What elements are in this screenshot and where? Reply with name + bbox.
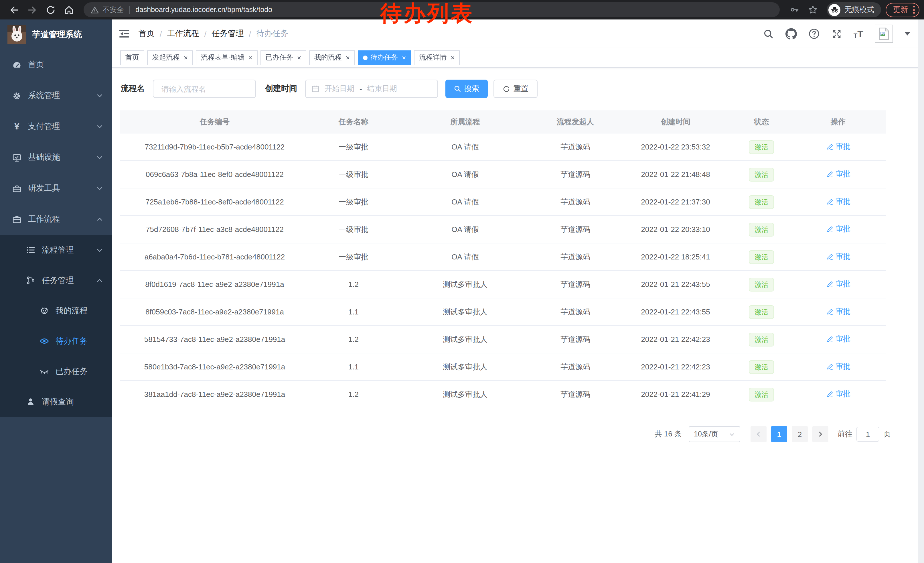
cell-initiator: 芋道源码 bbox=[532, 362, 618, 372]
url-text[interactable]: dashboard.yudao.iocoder.cn/bpm/task/todo bbox=[135, 6, 272, 14]
github-icon[interactable] bbox=[786, 28, 797, 39]
approve-label: 审批 bbox=[836, 334, 850, 344]
cell-task-id: 8f059c03-7ac8-11ec-a9e2-a2380e71991a bbox=[120, 308, 309, 316]
tab-todo-tasks[interactable]: 待办任务 × bbox=[358, 50, 411, 65]
forward-icon[interactable] bbox=[25, 2, 39, 17]
tab-close-icon[interactable]: × bbox=[184, 54, 188, 61]
approve-label: 审批 bbox=[836, 279, 850, 290]
fullscreen-icon[interactable] bbox=[831, 29, 842, 39]
prev-page-button[interactable] bbox=[750, 426, 766, 442]
sidebar-item-workflow[interactable]: 工作流程 bbox=[0, 204, 112, 235]
tab-close-icon[interactable]: × bbox=[450, 54, 454, 61]
font-size-icon[interactable]: TT bbox=[854, 29, 863, 39]
cell-actions: 审批 bbox=[790, 307, 886, 317]
cell-status: 激活 bbox=[733, 332, 790, 346]
date-range-picker[interactable]: 开始日期 - 结束日期 bbox=[305, 80, 438, 98]
tab-start-process[interactable]: 发起流程 × bbox=[147, 50, 193, 65]
tab-process-form-edit[interactable]: 流程表单-编辑 × bbox=[196, 50, 258, 65]
approve-button[interactable]: 审批 bbox=[826, 224, 850, 234]
goto-page-input[interactable] bbox=[856, 427, 879, 441]
sidebar-item-process-management[interactable]: 流程管理 bbox=[0, 235, 112, 265]
security-label[interactable]: 不安全 bbox=[102, 5, 124, 15]
sidebar-item-system[interactable]: 系统管理 bbox=[0, 80, 112, 111]
search-button-label: 搜索 bbox=[464, 84, 479, 94]
approve-label: 审批 bbox=[836, 224, 850, 234]
page-size-select[interactable]: 10条/页 bbox=[689, 426, 740, 442]
sidebar-item-todo-tasks[interactable]: 待办任务 bbox=[0, 326, 112, 356]
edit-pencil-icon bbox=[826, 281, 833, 288]
search-button[interactable]: 搜索 bbox=[446, 80, 488, 98]
sidebar-collapse-icon[interactable] bbox=[118, 27, 130, 40]
sidebar-item-home[interactable]: 首页 bbox=[0, 49, 112, 80]
warning-icon bbox=[90, 6, 99, 14]
sidebar-item-leave-query[interactable]: 请假查询 bbox=[0, 387, 112, 417]
cell-process: OA 请假 bbox=[398, 169, 532, 180]
next-page-button[interactable] bbox=[812, 426, 828, 442]
cell-create-time: 2022-01-21 22:42:23 bbox=[618, 363, 733, 371]
tab-close-icon[interactable]: × bbox=[249, 54, 252, 61]
cell-process: 测试多审批人 bbox=[398, 279, 532, 290]
cell-task-id: 58154733-7ac8-11ec-a9e2-a2380e71991a bbox=[120, 335, 309, 344]
tab-close-icon[interactable]: × bbox=[297, 54, 301, 61]
cell-task-name: 1.2 bbox=[309, 335, 398, 344]
end-date-placeholder: 结束日期 bbox=[367, 84, 397, 94]
approve-button[interactable]: 审批 bbox=[826, 334, 850, 344]
sidebar-item-task-management[interactable]: 任务管理 bbox=[0, 265, 112, 296]
browser-menu-icon[interactable] bbox=[913, 6, 915, 14]
table-row: 725a1eb6-7b88-11ec-8ef0-acde48001122一级审批… bbox=[120, 188, 886, 216]
cell-status: 激活 bbox=[733, 305, 790, 319]
update-chrome-button[interactable]: 更新 bbox=[886, 3, 920, 17]
status-badge: 激活 bbox=[749, 387, 774, 401]
approve-button[interactable]: 审批 bbox=[826, 279, 850, 290]
approve-button[interactable]: 审批 bbox=[826, 389, 850, 399]
cell-actions: 审批 bbox=[790, 224, 886, 235]
cell-create-time: 2022-01-22 21:48:48 bbox=[618, 170, 733, 179]
breadcrumb-workflow[interactable]: 工作流程 bbox=[167, 29, 199, 39]
sidebar-item-dev-tools[interactable]: 研发工具 bbox=[0, 173, 112, 204]
cell-status: 激活 bbox=[733, 278, 790, 291]
app-logo-row[interactable]: 芋道管理系统 bbox=[0, 20, 112, 49]
tab-close-icon[interactable]: × bbox=[346, 54, 350, 61]
approve-button[interactable]: 审批 bbox=[826, 142, 850, 152]
help-icon[interactable] bbox=[808, 28, 820, 39]
reset-button[interactable]: 重置 bbox=[494, 80, 538, 98]
chevron-down-icon bbox=[96, 246, 103, 254]
list-tree-icon bbox=[26, 245, 36, 255]
chevron-up-icon bbox=[96, 277, 103, 284]
tab-close-icon[interactable]: × bbox=[402, 54, 406, 61]
tab-my-process[interactable]: 我的流程 × bbox=[309, 50, 355, 65]
breadcrumb-separator: / bbox=[249, 29, 251, 38]
breadcrumb-task-management[interactable]: 任务管理 bbox=[212, 29, 244, 39]
approve-button[interactable]: 审批 bbox=[826, 362, 850, 372]
home-icon[interactable] bbox=[61, 2, 76, 17]
page-button-1[interactable]: 1 bbox=[771, 426, 787, 442]
sidebar-item-payment[interactable]: ¥ 支付管理 bbox=[0, 111, 112, 142]
approve-button[interactable]: 审批 bbox=[826, 307, 850, 317]
sidebar-item-my-process[interactable]: 我的流程 bbox=[0, 296, 112, 326]
tab-home[interactable]: 首页 bbox=[120, 50, 144, 65]
search-icon[interactable] bbox=[763, 29, 774, 39]
reload-icon[interactable] bbox=[43, 2, 58, 17]
table-body: 73211d9d-7b9b-11ec-b5b7-acde48001122一级审批… bbox=[120, 134, 886, 408]
approve-button[interactable]: 审批 bbox=[826, 169, 850, 180]
bookmark-star-icon[interactable] bbox=[806, 2, 820, 17]
cell-initiator: 芋道源码 bbox=[532, 334, 618, 344]
approve-button[interactable]: 审批 bbox=[826, 252, 850, 262]
update-label[interactable]: 更新 bbox=[893, 5, 908, 15]
breadcrumb-separator: / bbox=[160, 29, 162, 38]
avatar-caret-icon[interactable] bbox=[904, 32, 910, 36]
avatar[interactable] bbox=[875, 25, 893, 43]
sidebar-item-infrastructure[interactable]: 基础设施 bbox=[0, 142, 112, 173]
key-icon[interactable] bbox=[787, 2, 802, 17]
browser-scrollbar[interactable] bbox=[918, 20, 924, 563]
tab-process-detail[interactable]: 流程详情 × bbox=[414, 50, 460, 65]
tab-done-tasks[interactable]: 已办任务 × bbox=[261, 50, 306, 65]
sidebar-item-done-tasks[interactable]: 已办任务 bbox=[0, 356, 112, 387]
page-button-2[interactable]: 2 bbox=[792, 426, 808, 442]
range-separator: - bbox=[360, 84, 362, 93]
approve-button[interactable]: 审批 bbox=[826, 197, 850, 207]
back-icon[interactable] bbox=[6, 2, 21, 17]
table-row: 58154733-7ac8-11ec-a9e2-a2380e71991a1.2测… bbox=[120, 326, 886, 353]
process-name-input[interactable] bbox=[160, 84, 249, 94]
breadcrumb-home[interactable]: 首页 bbox=[138, 29, 154, 39]
